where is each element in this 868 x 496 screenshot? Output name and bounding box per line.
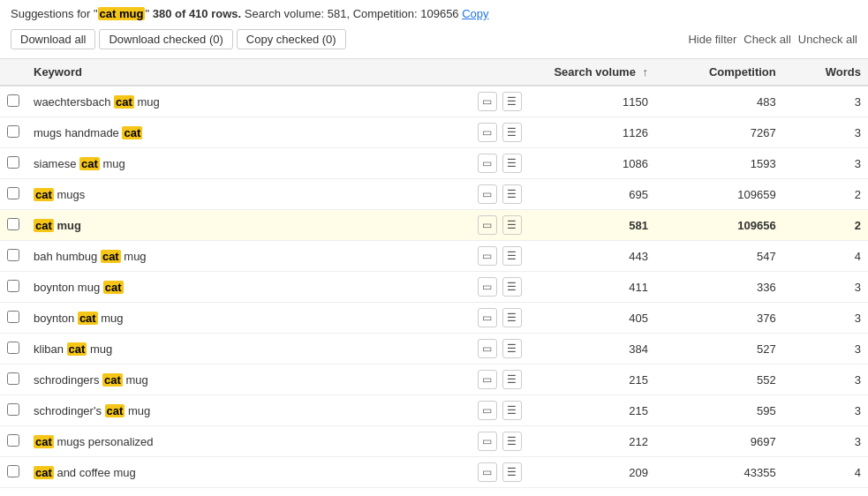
row-check-cell — [0, 426, 26, 457]
words-cell: 2 — [783, 179, 868, 210]
row-checkbox[interactable] — [7, 280, 19, 292]
keyword-text: mugs handmade cat — [34, 126, 472, 139]
search-volume-cell: 1126 — [529, 117, 655, 148]
search-volume-cell: 215 — [529, 395, 655, 426]
keyword-text: siamese cat mug — [34, 157, 472, 170]
table-row: mugs handmade cat▭☰112672673 — [0, 117, 868, 148]
copy-keyword-button[interactable]: ▭ — [478, 92, 497, 111]
row-checkbox[interactable] — [7, 465, 19, 477]
keyword-highlight: cat — [103, 281, 124, 294]
copy-checked-button[interactable]: Copy checked (0) — [237, 29, 346, 49]
details-button[interactable]: ☰ — [502, 246, 522, 266]
words-cell: 3 — [783, 334, 868, 364]
keyword-highlight: cat — [114, 95, 134, 109]
competition-cell: 483 — [655, 86, 783, 117]
competition-cell: 9697 — [655, 426, 783, 457]
keyword-text: cat mugs personalized — [34, 435, 472, 448]
row-checkbox[interactable] — [7, 403, 19, 416]
copy-keyword-button[interactable]: ▭ — [478, 432, 497, 451]
keyword-text: schrodinger's cat mug — [34, 404, 472, 417]
competition-cell: 595 — [655, 395, 783, 426]
row-checkbox[interactable] — [7, 342, 19, 354]
search-volume-cell: 1150 — [529, 86, 655, 117]
copy-keyword-button[interactable]: ▭ — [478, 308, 497, 327]
copy-keyword-button[interactable]: ▭ — [478, 246, 497, 266]
toolbar-right: Hide filter Check all Uncheck all — [688, 33, 857, 46]
search-volume-cell: 215 — [529, 364, 655, 395]
header-keyword: Keyword — [26, 59, 529, 86]
uncheck-all-button[interactable]: Uncheck all — [798, 33, 857, 46]
header-sv[interactable]: Search volume ↑ — [529, 59, 655, 86]
check-all-button[interactable]: Check all — [743, 33, 790, 46]
table-row: siamese cat mug▭☰108615933 — [0, 148, 868, 179]
keyword-cell: cat mugs personalized▭☰ — [26, 426, 529, 457]
hide-filter-button[interactable]: Hide filter — [688, 33, 736, 46]
keyword-text: cat mug — [34, 219, 472, 232]
keyword-cell: boynton cat mug▭☰ — [26, 303, 529, 334]
copy-keyword-button[interactable]: ▭ — [478, 123, 497, 142]
details-button[interactable]: ☰ — [502, 462, 522, 482]
row-checkbox[interactable] — [7, 372, 19, 385]
copy-keyword-button[interactable]: ▭ — [478, 215, 497, 235]
row-checkbox[interactable] — [7, 125, 19, 138]
table-row: schrodingers cat mug▭☰2155523 — [0, 364, 868, 395]
keyword-highlight: cat — [79, 157, 100, 170]
copy-keyword-button[interactable]: ▭ — [478, 339, 497, 358]
keyword-highlight: cat — [101, 250, 121, 263]
keyword-cell: bah humbug cat mug▭☰ — [26, 241, 529, 272]
keyword-highlight: cat — [67, 342, 87, 356]
details-button[interactable]: ☰ — [502, 432, 522, 451]
row-checkbox[interactable] — [7, 434, 19, 447]
keyword-cell: waechtersbach cat mug▭☰ — [26, 86, 529, 117]
copy-keyword-button[interactable]: ▭ — [478, 462, 497, 482]
stats-label: Search volume: 581, Competition: 109656 — [245, 7, 459, 20]
details-button[interactable]: ☰ — [502, 184, 522, 204]
competition-cell: 109656 — [655, 210, 783, 241]
keyword-cell: cat mugs▭☰ — [26, 179, 529, 210]
copy-keyword-button[interactable]: ▭ — [478, 184, 497, 204]
top-bar: Suggestions for "cat mug" 380 of 410 row… — [0, 0, 868, 59]
details-button[interactable]: ☰ — [502, 277, 522, 297]
details-button[interactable]: ☰ — [502, 339, 522, 358]
row-checkbox[interactable] — [7, 94, 19, 107]
search-volume-cell: 208 — [529, 488, 655, 492]
copy-keyword-button[interactable]: ▭ — [478, 370, 497, 389]
details-button[interactable]: ☰ — [502, 215, 522, 235]
row-checkbox[interactable] — [7, 311, 19, 323]
copy-keyword-button[interactable]: ▭ — [478, 154, 497, 173]
copy-keyword-button[interactable]: ▭ — [478, 277, 497, 297]
details-button[interactable]: ☰ — [502, 370, 522, 389]
words-cell: 4 — [783, 241, 868, 272]
row-checkbox[interactable] — [7, 218, 19, 230]
keyword-text: cat mugs — [34, 188, 472, 201]
details-button[interactable]: ☰ — [502, 401, 522, 420]
keyword-highlight: cat — [78, 312, 98, 325]
copy-keyword-button[interactable]: ▭ — [478, 401, 497, 420]
row-check-cell — [0, 488, 26, 492]
table-row: boynton cat mug▭☰4053763 — [0, 303, 868, 334]
row-check-cell — [0, 395, 26, 426]
details-button[interactable]: ☰ — [502, 308, 522, 327]
download-checked-button[interactable]: Download checked (0) — [99, 29, 232, 49]
details-button[interactable]: ☰ — [502, 92, 522, 111]
details-button[interactable]: ☰ — [502, 154, 522, 173]
header-competition: Competition — [655, 59, 783, 86]
download-all-button[interactable]: Download all — [11, 29, 95, 49]
keyword-cell: confused cat mugs▭☰ — [26, 488, 529, 492]
row-checkbox[interactable] — [7, 249, 19, 261]
row-checkbox[interactable] — [7, 156, 19, 169]
keyword-highlight: cat — [122, 126, 142, 139]
copy-link[interactable]: Copy — [462, 7, 488, 20]
keyword-cell: schrodingers cat mug▭☰ — [26, 364, 529, 395]
keyword-highlight: cat — [34, 219, 54, 232]
keyword-cell: boynton mug cat▭☰ — [26, 272, 529, 303]
row-checkbox[interactable] — [7, 187, 19, 199]
search-volume-cell: 212 — [529, 426, 655, 457]
details-button[interactable]: ☰ — [502, 123, 522, 142]
search-volume-cell: 443 — [529, 241, 655, 272]
words-cell: 3 — [783, 426, 868, 457]
header-check — [0, 59, 26, 86]
keyword-text: boynton mug cat — [34, 281, 472, 294]
words-cell: 3 — [783, 148, 868, 179]
words-cell: 3 — [783, 272, 868, 303]
